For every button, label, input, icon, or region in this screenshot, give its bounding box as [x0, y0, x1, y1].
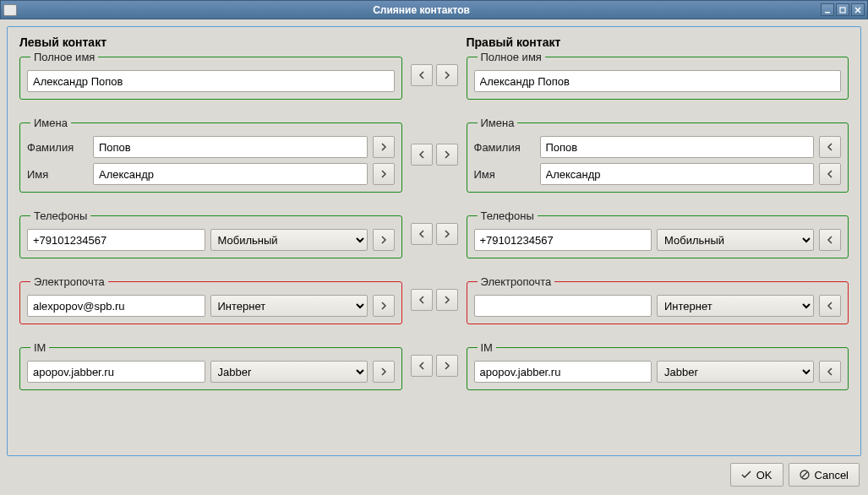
push-right-button[interactable] — [373, 163, 395, 185]
fieldset-legend: Телефоны — [30, 209, 90, 222]
chevron-right-icon — [380, 236, 387, 244]
right-im-type-select[interactable]: Jabber — [657, 361, 814, 383]
right-email-type-select[interactable]: Интернет — [657, 295, 814, 317]
left-surname-input[interactable] — [93, 136, 368, 158]
close-icon — [854, 7, 861, 14]
chevron-right-icon — [444, 230, 450, 238]
cancel-button[interactable]: Cancel — [789, 463, 860, 487]
maximize-icon — [839, 7, 846, 14]
push-right-button[interactable] — [373, 361, 395, 383]
check-icon — [741, 471, 751, 479]
firstname-label: Имя — [474, 168, 535, 181]
right-names-group: Имена Фамилия Имя — [467, 117, 849, 193]
right-fullname-input[interactable] — [474, 70, 842, 92]
left-phones-group: Телефоны Мобильный — [19, 209, 402, 258]
minimize-button[interactable] — [821, 3, 834, 16]
push-right-button[interactable] — [373, 295, 395, 317]
window-title: Слияние контактов — [22, 4, 821, 16]
left-names-group: Имена Фамилия Имя — [19, 117, 402, 193]
fieldset-legend: Полное имя — [478, 51, 545, 63]
close-button[interactable] — [851, 3, 865, 16]
chevron-right-icon — [444, 362, 450, 370]
left-im-type-select[interactable]: Jabber — [210, 361, 368, 383]
push-left-button[interactable] — [819, 361, 841, 383]
chevron-left-icon — [827, 367, 833, 376]
footer: OK Cancel — [7, 456, 861, 488]
fieldset-legend: IM — [30, 341, 49, 354]
chevron-left-icon — [418, 296, 425, 304]
svg-rect-0 — [825, 12, 830, 14]
chevron-left-icon — [418, 150, 425, 159]
chevron-right-icon — [380, 143, 387, 151]
fieldset-legend: Электропочта — [478, 275, 555, 288]
left-column-title: Левый контакт — [19, 35, 402, 49]
fieldset-legend: Полное имя — [30, 51, 98, 63]
right-firstname-input[interactable] — [540, 163, 815, 185]
push-left-button[interactable] — [819, 163, 841, 185]
right-email-input[interactable] — [474, 295, 652, 317]
push-right-button[interactable] — [373, 136, 395, 158]
fieldset-legend: Телефоны — [478, 209, 538, 222]
chevron-right-icon — [380, 367, 387, 376]
push-left-button[interactable] — [819, 295, 841, 317]
push-left-button[interactable] — [819, 229, 841, 251]
move-left-button[interactable] — [411, 64, 433, 86]
firstname-label: Имя — [27, 168, 88, 181]
chevron-left-icon — [827, 302, 833, 310]
push-right-button[interactable] — [373, 229, 395, 251]
fieldset-legend: IM — [478, 341, 496, 354]
minimize-icon — [824, 7, 831, 14]
left-im-group: IM Jabber — [19, 341, 402, 390]
right-column-title: Правый контакт — [467, 35, 849, 49]
chevron-right-icon — [380, 302, 387, 310]
right-phone-type-select[interactable]: Мобильный — [657, 229, 814, 251]
left-fullname-input[interactable] — [27, 70, 395, 92]
cancel-label: Cancel — [815, 469, 849, 481]
fieldset-legend: Имена — [478, 117, 518, 129]
move-left-button[interactable] — [411, 223, 433, 245]
chevron-left-icon — [418, 362, 425, 370]
push-left-button[interactable] — [819, 136, 841, 158]
left-firstname-input[interactable] — [93, 163, 368, 185]
right-email-group: Электропочта Интернет — [467, 275, 849, 324]
chevron-right-icon — [444, 150, 450, 159]
chevron-right-icon — [444, 296, 450, 304]
right-phone-input[interactable] — [474, 229, 652, 251]
right-im-input[interactable] — [474, 361, 652, 383]
chevron-right-icon — [380, 170, 387, 178]
maximize-button[interactable] — [836, 3, 849, 16]
left-email-group: Электропочта Интернет — [19, 275, 402, 324]
left-fullname-group: Полное имя — [19, 51, 402, 100]
right-phones-group: Телефоны Мобильный — [467, 209, 849, 258]
chevron-left-icon — [418, 230, 425, 238]
right-fullname-group: Полное имя — [467, 51, 849, 100]
move-right-button[interactable] — [436, 223, 458, 245]
right-surname-input[interactable] — [540, 136, 815, 158]
app-icon — [3, 4, 17, 16]
chevron-right-icon — [444, 71, 450, 79]
move-left-button[interactable] — [411, 144, 433, 166]
chevron-left-icon — [827, 236, 833, 244]
fieldset-legend: Электропочта — [30, 275, 108, 288]
move-right-button[interactable] — [436, 355, 458, 377]
cancel-icon — [800, 470, 810, 480]
right-im-group: IM Jabber — [467, 341, 849, 390]
left-email-type-select[interactable]: Интернет — [210, 295, 368, 317]
chevron-left-icon — [827, 143, 833, 151]
move-right-button[interactable] — [436, 144, 458, 166]
move-left-button[interactable] — [411, 289, 433, 311]
left-im-input[interactable] — [27, 361, 205, 383]
move-right-button[interactable] — [436, 289, 458, 311]
surname-label: Фамилия — [474, 141, 535, 154]
left-email-input[interactable] — [27, 295, 205, 317]
chevron-left-icon — [827, 170, 833, 178]
window-controls — [821, 3, 865, 16]
move-left-button[interactable] — [411, 355, 433, 377]
content-frame: Левый контакт Правый контакт Полное имя — [7, 26, 861, 456]
move-right-button[interactable] — [436, 64, 458, 86]
titlebar: Слияние контактов — [0, 0, 868, 19]
ok-button[interactable]: OK — [730, 463, 783, 487]
left-phone-input[interactable] — [27, 229, 205, 251]
left-phone-type-select[interactable]: Мобильный — [210, 229, 368, 251]
fieldset-legend: Имена — [30, 117, 71, 129]
